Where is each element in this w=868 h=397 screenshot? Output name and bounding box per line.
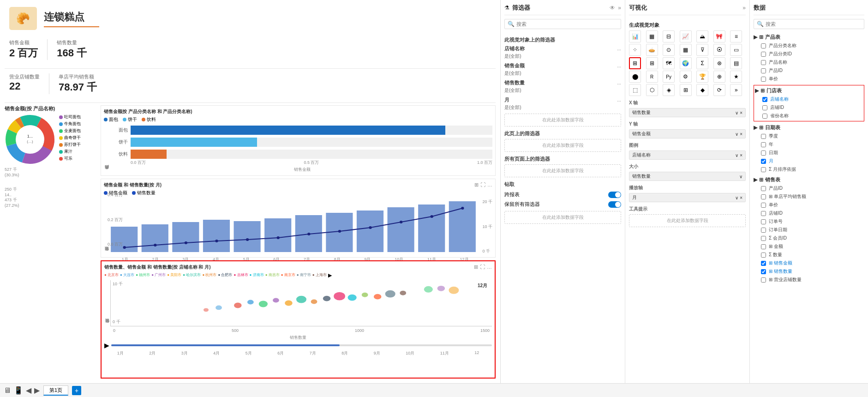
filter-search-input[interactable]: [516, 21, 618, 27]
viz-custom4[interactable]: ⬤: [629, 71, 641, 83]
back-icon[interactable]: ◀: [26, 386, 31, 395]
group-products-header[interactable]: ▶⊞产品表: [754, 33, 864, 42]
viz-custom10[interactable]: ⬡: [646, 84, 658, 96]
viz-custom14[interactable]: ⟳: [713, 84, 725, 96]
bar-chart: 面包 饼干 饮料: [112, 126, 492, 159]
eye-icon[interactable]: 👁: [610, 5, 615, 11]
add-field-page[interactable]: 在此处添加数据字段: [504, 139, 621, 152]
expand-icon2[interactable]: »: [742, 5, 746, 11]
playback-value[interactable]: 月 ∨ ×: [629, 193, 746, 202]
svg-rect-20: [418, 205, 445, 252]
forward-icon[interactable]: ▶: [34, 386, 40, 395]
viz-area[interactable]: ⛰: [696, 30, 708, 42]
viz-custom2[interactable]: ⊛: [713, 57, 725, 69]
data-group-stores: ▶⊞门店表 店铺名称 店铺ID 省份名称: [754, 85, 864, 121]
data-item: 店铺ID: [754, 209, 864, 217]
kpi-row2: 营业店铺数量 22 单店平均销售额 78.97 千: [5, 71, 496, 96]
filter-search-box[interactable]: 🔍: [504, 19, 621, 29]
viz-funnel[interactable]: ⊽: [696, 44, 708, 56]
viz-map[interactable]: 🗺: [663, 57, 675, 69]
kpi-sales-amount: 销售金额 2 百万: [9, 39, 38, 60]
data-tree: ▶⊞产品表 产品分类名称 产品分类ID 产品名称 产品ID: [754, 33, 864, 379]
svg-rect-14: [234, 221, 261, 252]
filter-panel: ⚗ 筛选器 👁 » 🔍 此视觉对象上的筛选器: [501, 0, 625, 383]
viz-100pct[interactable]: ⊟: [663, 30, 675, 42]
viz-custom13[interactable]: ◆: [696, 84, 708, 96]
viz-custom1[interactable]: Σ: [696, 57, 708, 69]
right-panels: ⚗ 筛选器 👁 » 🔍 此视觉对象上的筛选器: [501, 0, 868, 383]
filter-icon: ⚗: [504, 5, 509, 11]
x-axis-field: X 轴 销售数量 ∨ ×: [629, 100, 746, 117]
add-field-bottom[interactable]: 在此处添加数据字段: [504, 211, 621, 224]
add-field-visual[interactable]: 在此处添加数据字段: [504, 114, 621, 126]
svg-point-48: [204, 308, 209, 312]
viz-custom15[interactable]: »: [730, 84, 742, 96]
viz-custom5[interactable]: ⚙: [680, 71, 692, 83]
group-stores-header[interactable]: ▶⊞门店表: [755, 86, 863, 95]
svg-point-27: [277, 236, 280, 239]
play-button[interactable]: ▶: [104, 342, 109, 349]
svg-point-22: [123, 246, 126, 249]
viz-treemap[interactable]: ▦: [680, 44, 692, 56]
svg-point-52: [449, 287, 459, 294]
viz-custom9[interactable]: ⬚: [629, 84, 641, 96]
viz-python[interactable]: Py: [663, 71, 675, 83]
svg-rect-18: [357, 211, 383, 252]
data-item-sales-qty: ⊞ 销售数量: [754, 267, 864, 276]
data-group-dates: ▶⊞日期表 季度 年 日期 月: [754, 123, 864, 174]
y-axis-field: Y 轴 销售金额 ∨ ×: [629, 121, 746, 138]
logo: 🥐: [9, 7, 37, 30]
svg-point-34: [234, 303, 242, 308]
data-item: ⊞ 金额: [754, 242, 864, 251]
monitor-icon[interactable]: 🖥: [4, 386, 11, 395]
tooltip-add[interactable]: 在此处添加数据字段: [629, 214, 746, 227]
bottom-nav: 🖥 📱 ◀ ▶ 第1页 +: [0, 383, 868, 397]
viz-gauge[interactable]: ⦿: [713, 44, 725, 56]
viz-donut[interactable]: ⊙: [663, 44, 675, 56]
svg-point-37: [273, 298, 279, 303]
viz-scatter[interactable]: ⁘: [629, 44, 641, 56]
expand-icon[interactable]: »: [618, 5, 621, 11]
data-search-input[interactable]: [766, 21, 861, 27]
viz-filled-map[interactable]: 🌍: [680, 57, 692, 69]
data-item-store-name: 店铺名称: [755, 95, 863, 103]
y-axis-value[interactable]: 销售金额 ∨ ×: [629, 129, 746, 138]
app-title: 连锁糕点: [44, 10, 99, 27]
legend-value[interactable]: 店铺名称 ∨ ×: [629, 150, 746, 160]
size-value[interactable]: 销售数量 ∨: [629, 172, 746, 181]
group-dates-header[interactable]: ▶⊞日期表: [754, 123, 864, 132]
playback-field: 播放轴 月 ∨ ×: [629, 185, 746, 202]
viz-custom6[interactable]: 🏆: [696, 71, 708, 83]
svg-point-35: [247, 300, 254, 305]
viz-bar[interactable]: 📊: [629, 30, 641, 42]
filter-sales-amount: 销售金额… 是(全部): [504, 62, 621, 77]
page-tab-1[interactable]: 第1页: [43, 385, 68, 396]
data-item: 年: [754, 140, 864, 149]
viz-custom8[interactable]: ★: [730, 71, 742, 83]
data-search-box[interactable]: 🔍: [754, 19, 864, 29]
viz-line[interactable]: 📈: [680, 30, 692, 42]
viz-card[interactable]: ▭: [730, 44, 742, 56]
viz-r[interactable]: R: [646, 71, 658, 83]
add-page-button[interactable]: +: [72, 386, 81, 395]
filter-panel-icons[interactable]: 👁 »: [610, 5, 621, 11]
viz-table[interactable]: ⊞: [629, 57, 641, 69]
viz-custom3[interactable]: ▤: [730, 57, 742, 69]
add-field-all[interactable]: 在此处添加数据字段: [504, 164, 621, 177]
app-container: 🥐 连锁糕点 销售金额 2 百万 销售数量 168 千 营业店铺数量: [0, 0, 868, 397]
viz-stacked[interactable]: ▦: [646, 30, 658, 42]
svg-text:1...: 1...: [27, 134, 33, 138]
viz-matrix[interactable]: ⊞: [646, 57, 658, 69]
viz-waterfall[interactable]: ≡: [730, 30, 742, 42]
group-sales-header[interactable]: ▶⊞销售表: [754, 175, 864, 184]
data-item: 单价: [754, 201, 864, 209]
viz-ribbon[interactable]: 🎀: [713, 30, 725, 42]
x-axis-value[interactable]: 销售数量 ∨ ×: [629, 108, 746, 117]
viz-custom12[interactable]: ⊞: [680, 84, 692, 96]
data-panel: 数据 🔍 ▶⊞产品表 产品分类名称: [750, 0, 868, 383]
viz-custom7[interactable]: ⊕: [713, 71, 725, 83]
viz-pie[interactable]: 🥧: [646, 44, 658, 56]
viz-custom11[interactable]: ◈: [663, 84, 675, 96]
scatter-title: 销售数量、销售金额 和 销售数量(按 店铺名称 和 月): [104, 264, 211, 271]
tablet-icon[interactable]: 📱: [14, 386, 23, 395]
